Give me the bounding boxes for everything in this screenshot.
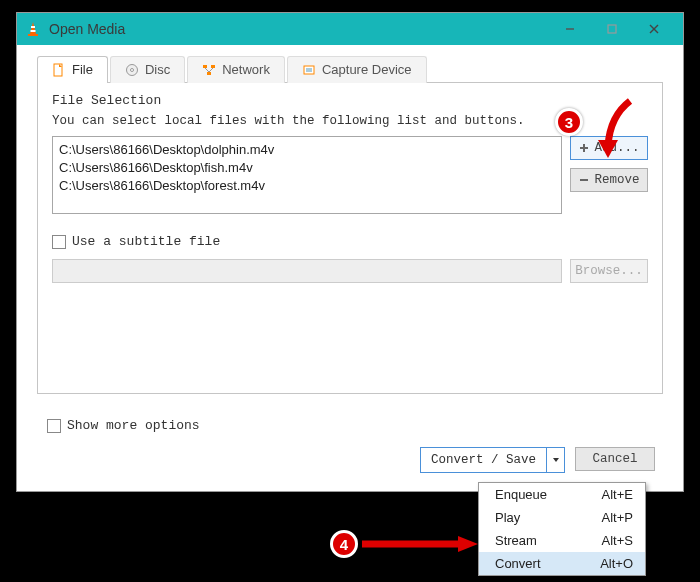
window-title: Open Media [49,21,549,37]
menu-item-enqueue[interactable]: Enqueue Alt+E [479,483,645,506]
more-options-checkbox[interactable] [47,419,61,433]
convert-label: Convert / Save [421,453,546,467]
vlc-cone-icon [25,21,41,37]
tab-capture[interactable]: Capture Device [287,56,427,83]
step-badge: 3 [555,108,583,136]
tab-network[interactable]: Network [187,56,285,83]
tabs: File Disc Network Capture Device [17,45,683,82]
menu-label: Play [495,510,520,525]
svg-rect-3 [31,30,36,32]
window-buttons [549,15,675,43]
menu-item-play[interactable]: Play Alt+P [479,506,645,529]
remove-label: Remove [594,173,639,187]
browse-row: Browse... [52,259,648,283]
network-icon [202,63,216,77]
svg-rect-2 [31,26,35,28]
menu-label: Stream [495,533,537,548]
browse-button: Browse... [570,259,648,283]
annotation-arrow-4 [362,534,482,554]
footer-buttons: Convert / Save Cancel [420,447,655,473]
menu-label: Enqueue [495,487,547,502]
svg-rect-1 [28,34,38,36]
svg-rect-14 [207,72,211,75]
tab-label: Network [222,62,270,77]
section-title: File Selection [52,93,648,108]
tab-file[interactable]: File [37,56,108,83]
cancel-button[interactable]: Cancel [575,447,655,471]
disc-icon [125,63,139,77]
svg-rect-5 [608,25,616,33]
tab-label: Capture Device [322,62,412,77]
tab-label: Disc [145,62,170,77]
svg-rect-12 [203,65,207,68]
tab-disc[interactable]: Disc [110,56,185,83]
file-item[interactable]: C:\Users\86166\Desktop\fish.m4v [59,159,555,177]
tab-label: File [72,62,93,77]
annotation-step-3: 3 [555,108,583,136]
convert-save-button[interactable]: Convert / Save [420,447,565,473]
svg-marker-25 [458,536,478,552]
svg-marker-23 [598,140,618,158]
menu-shortcut: Alt+O [600,556,633,571]
minus-icon [578,174,590,186]
menu-label: Convert [495,556,541,571]
subtitle-label: Use a subtitle file [72,234,220,249]
capture-icon [302,63,316,77]
file-row: C:\Users\86166\Desktop\dolphin.m4v C:\Us… [52,136,648,214]
svg-rect-18 [306,68,312,72]
menu-shortcut: Alt+E [602,487,633,502]
menu-item-stream[interactable]: Stream Alt+S [479,529,645,552]
close-button[interactable] [633,15,675,43]
file-item[interactable]: C:\Users\86166\Desktop\forest.m4v [59,177,555,195]
svg-rect-13 [211,65,215,68]
more-options-label: Show more options [67,418,200,433]
svg-point-11 [130,68,133,71]
chevron-down-icon [552,456,560,464]
convert-dropdown-toggle[interactable] [546,448,564,472]
annotation-step-4: 4 [330,530,358,558]
svg-line-16 [209,68,213,72]
menu-shortcut: Alt+P [602,510,633,525]
subtitle-row: Use a subtitle file [52,234,648,249]
file-item[interactable]: C:\Users\86166\Desktop\dolphin.m4v [59,141,555,159]
menu-shortcut: Alt+S [602,533,633,548]
svg-line-15 [205,68,209,72]
remove-button[interactable]: Remove [570,168,648,192]
annotation-arrow-3 [590,96,650,166]
maximize-button[interactable] [591,15,633,43]
convert-dropdown-menu: Enqueue Alt+E Play Alt+P Stream Alt+S Co… [478,482,646,576]
minimize-button[interactable] [549,15,591,43]
step-badge: 4 [330,530,358,558]
more-options-row: Show more options [47,418,200,433]
file-list[interactable]: C:\Users\86166\Desktop\dolphin.m4v C:\Us… [52,136,562,214]
file-icon [52,63,66,77]
subtitle-checkbox[interactable] [52,235,66,249]
titlebar: Open Media [17,13,683,45]
plus-icon [578,142,590,154]
menu-item-convert[interactable]: Convert Alt+O [479,552,645,575]
subtitle-path-input [52,259,562,283]
svg-marker-22 [553,458,559,462]
open-media-window: Open Media File Disc Network Capture Dev… [16,12,684,492]
